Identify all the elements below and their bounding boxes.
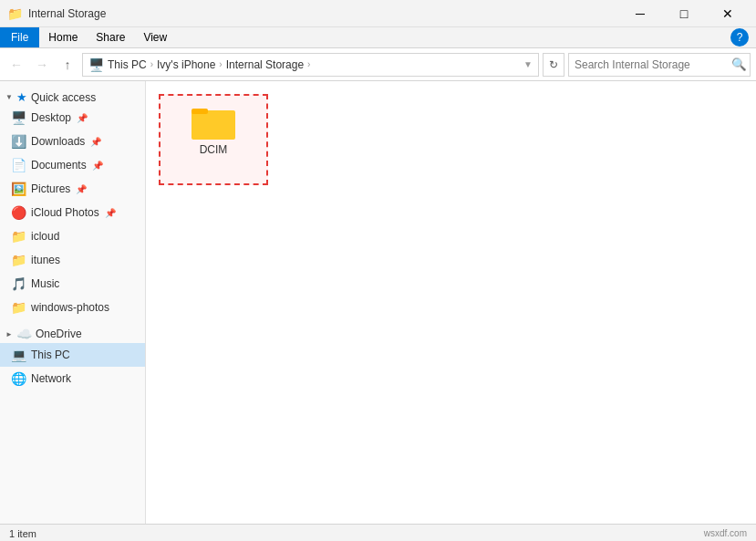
sidebar-quick-access-label: Quick access [31,91,96,104]
maximize-button[interactable]: □ [663,0,705,27]
breadcrumb-expand[interactable]: ▼ [523,59,533,69]
window-icon: 📁 [7,6,23,21]
ribbon-tabs: File Home Share View ? [0,27,756,47]
music-icon: 🎵 [11,276,26,291]
sidebar-item-music-label: Music [31,277,59,290]
back-button[interactable]: ← [5,54,27,76]
sidebar-item-pictures-label: Pictures [31,182,70,195]
minimize-button[interactable]: ─ [619,0,661,27]
sidebar-item-windows-photos-label: windows-photos [31,301,109,314]
onedrive-chevron: ► [5,330,13,338]
downloads-icon: ⬇️ [11,134,26,149]
sidebar-item-network-label: Network [31,372,71,385]
tab-file[interactable]: File [0,27,39,47]
sidebar-item-pictures[interactable]: 🖼️ Pictures 📌 [0,177,145,201]
breadcrumb-icon: 🖥️ [88,57,104,72]
search-box: 🔍 [568,53,751,77]
breadcrumb-this-pc[interactable]: This PC [108,58,147,71]
breadcrumb-iphone[interactable]: Ivy's iPhone [157,58,215,71]
sidebar-item-network[interactable]: 🌐 Network [0,367,145,390]
pin-icon-downloads: 📌 [90,137,101,147]
title-bar: 📁 Internal Storage ─ □ ✕ [0,0,756,27]
tab-home[interactable]: Home [39,27,87,47]
window-title: Internal Storage [28,7,106,20]
onedrive-icon: ☁️ [16,327,32,341]
pictures-icon: 🖼️ [11,182,26,196]
tab-view[interactable]: View [134,27,176,47]
address-bar: ← → ↑ 🖥️ This PC › Ivy's iPhone › Intern… [0,48,756,81]
svg-rect-0 [192,110,235,140]
pin-icon-desktop: 📌 [77,113,88,123]
sidebar-item-itunes[interactable]: 📁 itunes [0,248,145,272]
folder-dcim-icon [192,103,235,140]
sidebar: ▼ ★ Quick access 🖥️ Desktop 📌 ⬇️ Downloa… [0,81,146,524]
pin-icon-documents: 📌 [92,161,103,171]
folder-dcim-label: DCIM [200,143,228,156]
sidebar-item-music[interactable]: 🎵 Music [0,272,145,296]
item-count: 1 item [9,528,36,539]
close-button[interactable]: ✕ [707,0,749,27]
quick-access-star-icon: ★ [16,90,27,104]
ribbon: File Home Share View ? [0,27,756,48]
search-input[interactable] [569,58,728,71]
pin-icon-icloud-photos: 📌 [105,208,116,218]
sidebar-item-windows-photos[interactable]: 📁 windows-photos [0,296,145,319]
this-pc-icon: 💻 [11,348,26,362]
sidebar-onedrive-header[interactable]: ► ☁️ OneDrive [0,323,145,343]
help-button[interactable]: ? [730,28,749,47]
forward-button[interactable]: → [31,54,53,76]
sidebar-quick-access-header[interactable]: ▼ ★ Quick access [0,87,145,106]
search-button[interactable]: 🔍 [728,54,750,76]
sidebar-item-icloud-label: icloud [31,230,59,243]
sidebar-item-this-pc[interactable]: 💻 This PC [0,343,145,367]
sidebar-item-downloads-label: Downloads [31,135,85,148]
title-bar-left: 📁 Internal Storage [7,6,106,21]
sidebar-item-documents-label: Documents [31,159,87,172]
icloud-photos-icon: 🔴 [11,205,26,220]
main-layout: ▼ ★ Quick access 🖥️ Desktop 📌 ⬇️ Downloa… [0,81,756,524]
windows-photos-icon: 📁 [11,300,26,315]
sidebar-item-icloud-photos-label: iCloud Photos [31,206,99,219]
itunes-icon: 📁 [11,253,26,267]
content-area: DCIM [146,81,756,524]
sidebar-onedrive-label: OneDrive [36,328,82,340]
icloud-folder-icon: 📁 [11,229,26,244]
sidebar-item-this-pc-label: This PC [31,349,70,361]
svg-rect-1 [192,109,208,114]
sidebar-item-desktop[interactable]: 🖥️ Desktop 📌 [0,106,145,130]
desktop-icon: 🖥️ [11,110,26,125]
quick-access-chevron: ▼ [5,93,13,101]
documents-icon: 📄 [11,158,26,172]
folder-dcim[interactable]: DCIM [159,94,268,185]
address-path: 🖥️ This PC › Ivy's iPhone › Internal Sto… [82,53,539,77]
sidebar-item-documents[interactable]: 📄 Documents 📌 [0,153,145,177]
sidebar-item-downloads[interactable]: ⬇️ Downloads 📌 [0,130,145,153]
up-button[interactable]: ↑ [57,54,78,76]
watermark: wsxdf.com [704,528,747,538]
status-bar: 1 item wsxdf.com [0,524,756,541]
pin-icon-pictures: 📌 [76,184,87,194]
sidebar-item-icloud-photos[interactable]: 🔴 iCloud Photos 📌 [0,201,145,224]
sidebar-item-itunes-label: itunes [31,254,60,266]
network-icon: 🌐 [11,371,26,386]
tab-share[interactable]: Share [87,27,134,47]
title-bar-buttons: ─ □ ✕ [619,0,749,27]
sidebar-item-desktop-label: Desktop [31,111,71,124]
refresh-button[interactable]: ↻ [543,53,564,77]
breadcrumb-internal-storage[interactable]: Internal Storage [226,58,304,71]
sidebar-item-icloud[interactable]: 📁 icloud [0,224,145,248]
